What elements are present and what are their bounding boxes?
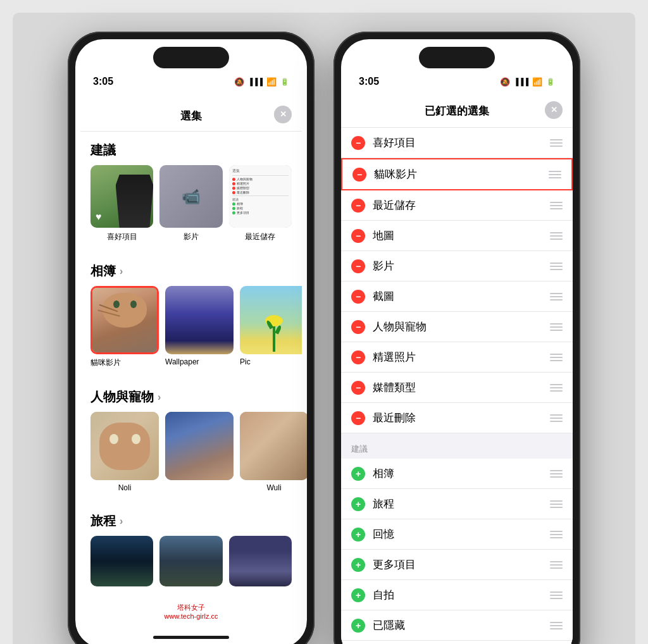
battery-icon-1: 🔋: [280, 78, 289, 86]
modal-close-btn[interactable]: ✕: [274, 106, 292, 123]
remove-people-btn[interactable]: −: [351, 320, 365, 334]
wallpaper-album-thumb: [165, 286, 234, 354]
drag-handle-people[interactable]: [550, 322, 563, 332]
drag-handle-s-selfie[interactable]: [550, 590, 563, 600]
drag-handle-s-more[interactable]: [550, 560, 563, 570]
suggested-item-recents[interactable]: 選集 人物與寵物 精選照片 媒體類型 最近刪除 建議 相簿 旅程 更多項目: [229, 165, 292, 242]
more-suggestion-text: 更多項目: [373, 557, 542, 572]
person-item-noli[interactable]: Noli: [90, 412, 159, 492]
add-hidden-btn[interactable]: +: [351, 619, 365, 633]
cat-text: 貓咪影片: [374, 167, 541, 182]
add-more-btn[interactable]: +: [351, 558, 365, 572]
remove-recents-btn[interactable]: −: [351, 199, 365, 213]
album-item-wallpaper[interactable]: Wallpaper: [165, 286, 234, 368]
travel-thumb-1[interactable]: [90, 536, 153, 586]
remove-cat-btn[interactable]: −: [352, 168, 366, 182]
album-item-cat[interactable]: 貓咪影片: [90, 286, 159, 368]
suggested-grid: ♥ 喜好項目 📹 影片: [80, 165, 302, 252]
remove-videos-btn[interactable]: −: [351, 259, 365, 273]
drag-handle-featured[interactable]: [550, 352, 563, 362]
battery-icon-2: 🔋: [546, 78, 555, 86]
album-item-pic[interactable]: Pic: [240, 286, 302, 368]
drag-handle-s-hidden[interactable]: [550, 621, 563, 631]
pinned-item-deleted[interactable]: − 最近刪除: [341, 403, 573, 433]
hidden-suggestion-text: 已隱藏: [373, 618, 542, 633]
pinned-item-cat[interactable]: − 貓咪影片: [341, 158, 573, 190]
suggestion-item-selfie[interactable]: + 自拍: [341, 580, 573, 610]
status-icons-1: 🔕 ▐▐▐ 📶 🔋: [234, 77, 289, 87]
travel-section-header[interactable]: 旅程 ›: [80, 502, 302, 536]
suggested-item-videos[interactable]: 📹 影片: [159, 165, 222, 242]
signal-icon-2: ▐▐▐: [514, 78, 528, 85]
pinned-close-btn[interactable]: ✕: [545, 101, 563, 119]
drag-handle-cat[interactable]: [549, 170, 561, 180]
albums-section-header[interactable]: 相簿 ›: [80, 252, 302, 286]
person2-thumb: [165, 412, 234, 480]
add-albums-btn[interactable]: +: [351, 467, 365, 481]
travel-thumb-2[interactable]: [159, 536, 222, 586]
suggestion-item-hidden[interactable]: + 已隱藏: [341, 610, 573, 641]
remove-mediatype-btn[interactable]: −: [351, 381, 365, 395]
people-chevron-icon: ›: [158, 392, 161, 403]
video-camera-icon: 📹: [182, 188, 201, 206]
travel-grid: [80, 536, 302, 597]
pinned-item-recents[interactable]: − 最近儲存: [341, 190, 573, 221]
drag-handle-maps[interactable]: [550, 231, 563, 241]
suggestion-item-memories[interactable]: + 回憶: [341, 519, 573, 550]
videos-label: 影片: [184, 232, 199, 242]
remove-deleted-btn[interactable]: −: [351, 411, 365, 425]
remove-screenshots-btn[interactable]: −: [351, 290, 365, 304]
wuli-label: Wuli: [266, 483, 281, 492]
phone-2: 3:05 🔕 ▐▐▐ 📶 🔋 已釘選的選集 ✕: [333, 32, 580, 644]
pinned-item-people[interactable]: − 人物與寵物: [341, 312, 573, 342]
add-memories-btn[interactable]: +: [351, 528, 365, 542]
pinned-item-maps[interactable]: − 地圖: [341, 221, 573, 251]
albums-modal: 選集 ✕ 建議 ♥: [80, 97, 302, 626]
pinned-item-screenshots[interactable]: − 截圖: [341, 282, 573, 312]
remove-featured-btn[interactable]: −: [351, 350, 365, 364]
people-section-header[interactable]: 人物與寵物 ›: [80, 378, 302, 412]
pinned-item-featured[interactable]: − 精選照片: [341, 342, 573, 373]
drag-handle-favorites[interactable]: [550, 138, 563, 148]
remove-favorites-btn[interactable]: −: [351, 136, 365, 150]
home-bar-1: [153, 636, 229, 639]
drag-handle-s-memories[interactable]: [550, 529, 563, 540]
home-indicator-1: [75, 626, 307, 644]
drag-handle-videos[interactable]: [550, 261, 563, 271]
person-item-wuli[interactable]: Wuli: [240, 412, 307, 492]
screenshot-container: 3:05 🔕 ▐▐▐ 📶 🔋 選集 ✕ 建議: [13, 13, 635, 644]
drag-handle-recents[interactable]: [550, 201, 563, 211]
status-time-2: 3:05: [359, 76, 379, 87]
cat-album-thumb: [90, 286, 159, 354]
travel-thumb-3[interactable]: [229, 536, 292, 586]
add-travel-btn[interactable]: +: [351, 497, 365, 511]
drag-handle-s-travel[interactable]: [550, 499, 563, 509]
suggestion-item-travel[interactable]: + 旅程: [341, 489, 573, 519]
drag-handle-mediatype[interactable]: [550, 383, 563, 393]
pinned-item-favorites[interactable]: − 喜好項目: [341, 128, 573, 158]
modal-header: 選集 ✕: [80, 97, 302, 132]
remove-maps-btn[interactable]: −: [351, 229, 365, 243]
favorites-text: 喜好項目: [373, 135, 542, 150]
phone-2-screen: 3:05 🔕 ▐▐▐ 📶 🔋 已釘選的選集 ✕: [341, 39, 573, 644]
suggested-section-title: 建議: [80, 132, 302, 165]
wuli-thumb: [240, 412, 307, 480]
person-item-2[interactable]: [165, 412, 234, 492]
watermark: 塔科女子 www.tech-girlz.cc: [80, 597, 302, 626]
watermark-line2: www.tech-girlz.cc: [80, 612, 302, 620]
people-grid: Noli Wuli: [80, 412, 302, 502]
status-icons-2: 🔕 ▐▐▐ 📶 🔋: [500, 77, 555, 87]
pinned-sheet: 已釘選的選集 ✕ − 喜好項目: [341, 92, 573, 641]
suggestion-item-albums[interactable]: + 相簿: [341, 459, 573, 489]
albums-chevron-icon: ›: [120, 266, 123, 277]
drag-handle-deleted[interactable]: [550, 413, 563, 423]
drag-handle-screenshots[interactable]: [550, 292, 563, 302]
pinned-item-mediatype[interactable]: − 媒體類型: [341, 373, 573, 403]
add-selfie-btn[interactable]: +: [351, 588, 365, 602]
drag-handle-s-albums[interactable]: [550, 469, 563, 479]
suggested-item-favorites[interactable]: ♥ 喜好項目: [90, 165, 153, 242]
pinned-item-videos[interactable]: − 影片: [341, 251, 573, 282]
suggestion-item-more[interactable]: + 更多項目: [341, 550, 573, 580]
maps-text: 地圖: [373, 228, 542, 243]
albums-grid: 貓咪影片 Wallpaper: [80, 286, 302, 378]
